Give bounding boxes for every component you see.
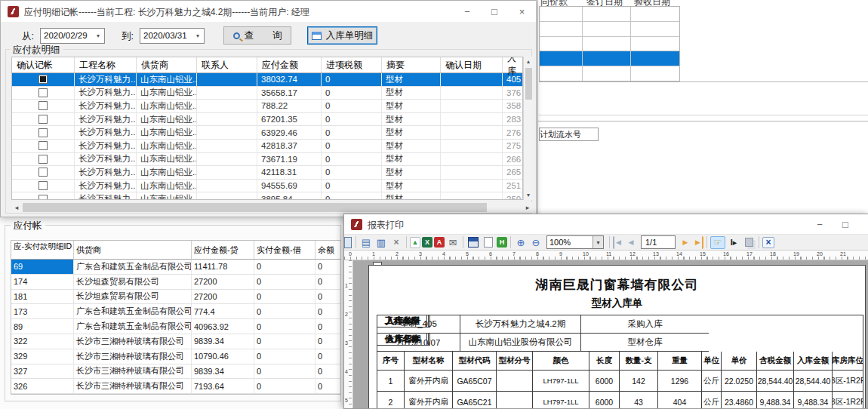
next-page-icon[interactable]: ▶ bbox=[679, 236, 692, 249]
table-row[interactable]: 322长沙市三湘特种玻璃有限公司9839.3400 bbox=[11, 334, 340, 349]
minimize-button[interactable]: − bbox=[454, 1, 481, 22]
scrollbar-thumb[interactable] bbox=[525, 68, 532, 100]
prev-page-icon[interactable]: ◀ bbox=[624, 236, 638, 249]
table-row[interactable] bbox=[540, 37, 679, 52]
column-header[interactable]: 余额 bbox=[315, 241, 340, 259]
table-row[interactable]: 长沙万科魅力...山东南山铝业...35658.170型材376 bbox=[12, 87, 522, 100]
titlebar[interactable]: 应付明细记帐------当前工程: 长沙万科魅力之城4.2期------当前用户… bbox=[1, 1, 536, 22]
horizontal-scrollbar[interactable]: ◂ ▸ bbox=[11, 202, 533, 213]
scroll-up-icon[interactable]: ▴ bbox=[524, 57, 533, 66]
checkbox-cell[interactable] bbox=[12, 153, 75, 166]
checkbox-cell[interactable] bbox=[12, 113, 75, 126]
scroll-down-icon[interactable]: ▾ bbox=[524, 190, 533, 200]
maximize-button[interactable]: □ bbox=[832, 214, 859, 234]
checkbox-cell[interactable] bbox=[12, 73, 75, 86]
confirm-checkbox[interactable] bbox=[38, 168, 48, 177]
payables-table-header[interactable]: 应-实付款明细ID供货商应付金额-贷实付金额-借余额 bbox=[11, 241, 340, 260]
checkbox-cell[interactable] bbox=[12, 140, 75, 152]
table-row[interactable]: 327长沙市三湘特种玻璃有限公司9839.3400 bbox=[11, 364, 340, 380]
table-row[interactable]: 长沙万科魅力...山东南山铝业...63929.460型材276 bbox=[12, 126, 522, 140]
titlebar[interactable]: 报表打印 − □ × bbox=[344, 214, 868, 234]
table-row[interactable] bbox=[540, 66, 679, 81]
confirm-checkbox[interactable] bbox=[38, 181, 48, 190]
column-header[interactable]: 摘要 bbox=[382, 57, 441, 72]
panel-icon[interactable] bbox=[344, 236, 352, 249]
table-row[interactable] bbox=[540, 7, 679, 22]
report-preview-area[interactable]: 湖南巨晟门窗幕墙有限公司 型材入库单 入库单号型材_405工程名称长沙万科魅力之… bbox=[353, 260, 868, 409]
column-header[interactable]: 供货商 bbox=[74, 241, 192, 259]
column-header[interactable]: 联系人 bbox=[197, 57, 257, 72]
table-row[interactable]: 174长沙坦森贸易有限公司2720000 bbox=[11, 275, 340, 290]
column-header[interactable]: 工程名称 bbox=[75, 57, 137, 72]
inbound-detail-button[interactable]: 入库单明细 bbox=[307, 26, 377, 45]
column-header[interactable]: 应-实付款明细ID bbox=[11, 241, 74, 259]
confirm-checkbox[interactable] bbox=[38, 88, 48, 97]
zoom-in-icon[interactable]: ⊕ bbox=[514, 236, 528, 249]
hand-tool-icon[interactable]: ☞ bbox=[710, 236, 725, 249]
column-header[interactable]: 应付金额-贷 bbox=[192, 241, 254, 259]
chevron-down-icon[interactable]: ▾ bbox=[192, 29, 204, 43]
page-number-box[interactable]: 1/1 bbox=[641, 235, 676, 249]
confirm-checkbox[interactable] bbox=[38, 155, 48, 164]
checkbox-cell[interactable] bbox=[12, 166, 75, 179]
scrollbar-thumb[interactable] bbox=[23, 203, 487, 212]
table-row[interactable]: 181长沙坦森贸易有限公司2720000 bbox=[11, 290, 340, 305]
pdf-icon[interactable]: A bbox=[434, 237, 445, 248]
text-select-icon[interactable]: I▸ bbox=[727, 236, 740, 249]
table-row[interactable]: 326长沙市三湘特种玻璃有限公司7193.6400 bbox=[11, 379, 340, 394]
table-row[interactable] bbox=[540, 51, 679, 66]
payable-detail-table[interactable]: 确认记帐工程名称供货商联系人应付金额进项税额摘要确认日期入库 长沙万科魅力...… bbox=[11, 57, 523, 200]
tools-icon[interactable]: × bbox=[389, 236, 403, 249]
confirm-checkbox[interactable] bbox=[38, 128, 48, 137]
table-row[interactable]: 173广东合和建筑五金制品有限公司774.400 bbox=[11, 304, 340, 319]
payables-table[interactable]: 应-实付款明细ID供货商应付金额-贷实付金额-借余额 69广东合和建筑五金制品有… bbox=[11, 240, 341, 395]
table-row[interactable]: 长沙万科魅力...山东南山铝业...73671.190型材266 bbox=[12, 153, 522, 167]
book-icon[interactable]: ▥ bbox=[374, 236, 388, 249]
close-button[interactable]: × bbox=[508, 1, 536, 22]
zoom-out-icon[interactable]: ⊖ bbox=[529, 236, 543, 249]
page-icon[interactable] bbox=[482, 236, 495, 249]
confirm-checkbox[interactable] bbox=[38, 115, 48, 124]
copy-pages-icon[interactable] bbox=[742, 236, 756, 249]
last-page-icon[interactable]: ▶ bbox=[694, 236, 703, 249]
confirm-checkbox[interactable] bbox=[38, 101, 48, 110]
table-row[interactable]: 89广东合和建筑五金制品有限公司40963.9200 bbox=[11, 319, 340, 334]
mail-icon[interactable]: ✉ bbox=[446, 236, 460, 249]
column-header[interactable]: 确认记帐 bbox=[12, 57, 75, 72]
close-button[interactable]: × bbox=[857, 214, 868, 234]
payable-detail-header[interactable]: 确认记帐工程名称供货商联系人应付金额进项税额摘要确认日期入库 bbox=[12, 57, 522, 73]
column-header[interactable]: 入库 bbox=[503, 57, 522, 72]
table-row[interactable]: 长沙万科魅力...山东南山铝业...38032.740型材405 bbox=[12, 73, 522, 87]
checkbox-cell[interactable] bbox=[12, 100, 75, 112]
confirm-checkbox[interactable] bbox=[38, 75, 48, 84]
first-page-icon[interactable]: ◀ bbox=[613, 236, 623, 249]
table-row[interactable]: 长沙万科魅力...山东南山铝业...788.220型材358 bbox=[12, 100, 522, 113]
table-row[interactable]: 329长沙市三湘特种玻璃有限公司10790.4600 bbox=[11, 349, 340, 364]
from-date-combo[interactable]: 2020/02/29 ▾ bbox=[40, 28, 105, 44]
scroll-left-icon[interactable]: ◂ bbox=[11, 202, 22, 213]
close-preview-icon[interactable]: × bbox=[762, 237, 774, 248]
column-header[interactable]: 进项税额 bbox=[322, 57, 382, 72]
table-row[interactable]: 长沙万科魅力...山东南山铝业...3895.840型材250 bbox=[12, 192, 522, 200]
table-row[interactable]: 69广东合和建筑五金制品有限公司11411.7800 bbox=[11, 260, 340, 275]
bg-contract-grid[interactable] bbox=[539, 6, 680, 81]
save-icon[interactable] bbox=[466, 236, 480, 249]
vertical-scrollbar[interactable]: ▴ ▾ bbox=[523, 57, 533, 200]
html-icon[interactable]: H bbox=[497, 237, 507, 248]
column-header[interactable]: 确认日期 bbox=[441, 57, 503, 72]
table-row[interactable]: 长沙万科魅力...山东南山铝业...94555.690型材251 bbox=[12, 180, 522, 193]
column-header[interactable]: 应付金额 bbox=[257, 57, 322, 72]
checkbox-cell[interactable] bbox=[12, 87, 75, 100]
table-row[interactable] bbox=[540, 22, 679, 37]
confirm-checkbox[interactable] bbox=[38, 195, 48, 200]
scroll-right-icon[interactable]: ▸ bbox=[522, 202, 533, 213]
table-row[interactable]: 长沙万科魅力...山东南山铝业...42818.370型材275 bbox=[12, 140, 522, 153]
column-header[interactable]: 实付金额-借 bbox=[254, 241, 315, 259]
checkbox-cell[interactable] bbox=[12, 192, 75, 200]
column-header[interactable]: 供货商 bbox=[137, 57, 197, 72]
chevron-down-icon[interactable]: ▾ bbox=[593, 236, 603, 248]
confirm-checkbox[interactable] bbox=[38, 141, 48, 150]
table-row[interactable]: 长沙市三湘特种玻璃有限公司 bbox=[11, 394, 340, 395]
export-icon[interactable]: ▲ bbox=[410, 237, 420, 248]
minimize-button[interactable]: − bbox=[806, 214, 833, 234]
